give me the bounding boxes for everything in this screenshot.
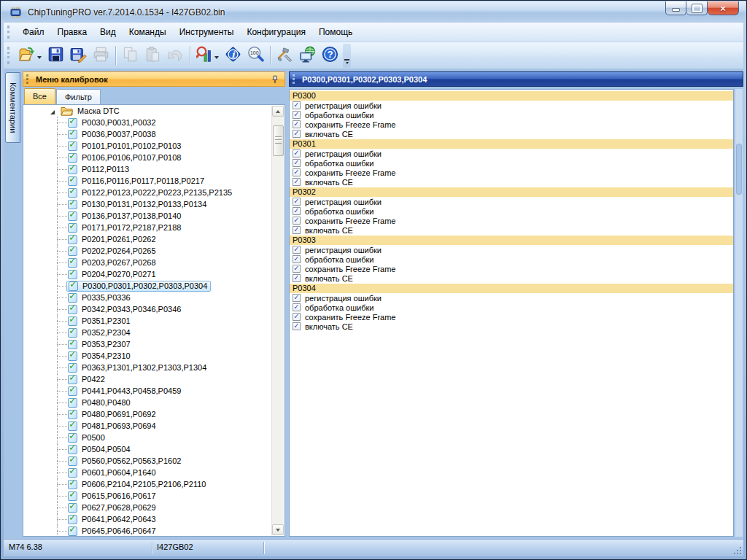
- tree-item[interactable]: ✓P0202,P0264,P0265: [23, 245, 285, 257]
- tree-item[interactable]: ✓P0122,P0123,P0222,P0223,P2135,P2135: [23, 187, 285, 198]
- tree-item[interactable]: ✓P0363,P1301,P1302,P1303,P1304: [23, 362, 285, 373]
- menu-item[interactable]: Вид: [93, 26, 123, 39]
- tree-item[interactable]: ✓P0203,P0267,P0268: [23, 257, 285, 268]
- scrollbar-thumb[interactable]: [736, 144, 742, 195]
- tree-item[interactable]: ✓P0101,P0101,P0102,P0103: [23, 140, 285, 152]
- save-as-button[interactable]: [67, 44, 90, 66]
- tree-item[interactable]: ✓P0480,P0691,P0692: [23, 408, 285, 420]
- tree-item[interactable]: ✓P0335,P0336: [23, 292, 285, 303]
- tree-scrollbar[interactable]: [271, 106, 284, 535]
- tree-item[interactable]: ✓P0112,P0113: [23, 163, 285, 175]
- tree-item[interactable]: ✓P0480,P0480: [23, 397, 285, 408]
- tree-item[interactable]: ✓P0615,P0616,P0617: [23, 490, 285, 502]
- checkbox[interactable]: ✓: [293, 178, 301, 186]
- dropdown-arrow-icon[interactable]: [214, 56, 219, 61]
- tree-item[interactable]: ✓P0171,P0172,P2187,P2188: [23, 222, 285, 233]
- menu-item[interactable]: Команды: [123, 26, 173, 39]
- tree-item[interactable]: ✓P0645,P0646,P0647: [23, 525, 285, 537]
- dtc-option-row: ✓включать CE: [290, 177, 733, 187]
- checkbox[interactable]: ✓: [293, 265, 301, 273]
- tree-item[interactable]: ✓P0504,P0504: [23, 443, 285, 455]
- save-icon: [47, 46, 64, 65]
- tree-item[interactable]: ✓P0441,P0443,P0458,P0459: [23, 385, 285, 397]
- checkbox[interactable]: ✓: [293, 111, 301, 119]
- checkbox[interactable]: ✓: [293, 198, 301, 206]
- menu-item[interactable]: Конфигурация: [240, 26, 312, 39]
- close-button[interactable]: ×: [708, 1, 739, 15]
- checkbox[interactable]: ✓: [293, 101, 301, 109]
- expander-icon[interactable]: [50, 108, 55, 114]
- checkbox[interactable]: ✓: [293, 274, 301, 282]
- app-window: ChipTuningPRO ver.7.2014.0.1534 - I427GB…: [0, 0, 747, 560]
- checkbox[interactable]: ✓: [293, 303, 301, 311]
- tree-item[interactable]: ✓P0036,P0037,P0038: [23, 128, 285, 140]
- open-file-button[interactable]: [16, 44, 39, 66]
- tree-item[interactable]: ✓P0641,P0642,P0643: [23, 513, 285, 525]
- menu-item[interactable]: Правка: [51, 26, 94, 39]
- maximize-button[interactable]: [686, 1, 708, 15]
- checkbox[interactable]: ✓: [293, 322, 301, 330]
- checkbox[interactable]: ✓: [293, 246, 301, 254]
- tree-root-row[interactable]: Маска DTC: [23, 105, 285, 117]
- checkbox[interactable]: ✓: [293, 294, 301, 302]
- tree-item[interactable]: ✓P0130,P0131,P0132,P0133,P0134: [23, 198, 285, 210]
- tree-item[interactable]: ✓P0342,P0343,P0346,P0346: [23, 303, 285, 315]
- right-scrollbar[interactable]: [735, 89, 743, 537]
- save-button[interactable]: [44, 44, 67, 66]
- tree-item[interactable]: ✓P0204,P0270,P0271: [23, 268, 285, 280]
- tree-item[interactable]: ✓P0627,P0628,P0629: [23, 502, 285, 513]
- pin-icon[interactable]: [271, 75, 279, 84]
- tree-item[interactable]: ✓P0030,P0031,P0032: [23, 117, 285, 128]
- tab-all[interactable]: Все: [24, 88, 55, 104]
- info-button[interactable]: i: [222, 44, 244, 66]
- comments-side-tab[interactable]: Комментарии: [5, 72, 20, 143]
- tree-item[interactable]: ✓P0136,P0137,P0138,P0140: [23, 210, 285, 222]
- tree-item[interactable]: ✓P0481,P0693,P0694: [23, 420, 285, 432]
- tree-item[interactable]: ✓P0422: [23, 373, 285, 385]
- checkbox[interactable]: ✓: [293, 159, 301, 167]
- web-button[interactable]: [296, 44, 319, 66]
- tools-button[interactable]: [274, 44, 296, 66]
- minimize-button[interactable]: [665, 1, 686, 15]
- menu-item[interactable]: Инструменты: [173, 26, 241, 39]
- tree-item[interactable]: ✓P0354,P2310: [23, 350, 285, 362]
- tree-item[interactable]: ✓P0601,P0604,P1640: [23, 467, 285, 478]
- checkbox[interactable]: ✓: [293, 168, 301, 176]
- menu-item[interactable]: Файл: [16, 26, 51, 39]
- tree-item[interactable]: ✓P0201,P0261,P0262: [23, 233, 285, 245]
- tree-item[interactable]: ✓P0351,P2301: [23, 315, 285, 327]
- checkbox[interactable]: ✓: [293, 255, 301, 263]
- side-strip: Комментарии: [4, 69, 23, 540]
- dtc-section-header: P0302: [290, 187, 733, 197]
- checkbox[interactable]: ✓: [293, 130, 301, 138]
- checkbox[interactable]: ✓: [293, 217, 301, 225]
- checkbox[interactable]: ✓: [293, 149, 301, 158]
- tree-item[interactable]: ✓P0353,P2307: [23, 338, 285, 350]
- tree-item[interactable]: ✓P0606,P2104,P2105,P2106,P2110: [23, 478, 285, 490]
- checkbox[interactable]: ✓: [293, 120, 301, 128]
- tree-item[interactable]: ✓P0300,P0301,P0302,P0303,P0304: [23, 280, 285, 292]
- tree-item[interactable]: ✓P0560,P0562,P0563,P1602: [23, 455, 285, 467]
- dtc-section-header: P0303: [290, 236, 733, 245]
- tree-item[interactable]: ✓P0352,P2304: [23, 327, 285, 338]
- zoom-100-button[interactable]: 100: [244, 44, 267, 66]
- help-button[interactable]: ?: [319, 44, 341, 66]
- open-file-icon: [19, 46, 36, 65]
- checkbox[interactable]: ✓: [293, 226, 301, 234]
- tree-item-label: P0203,P0267,P0268: [82, 258, 156, 267]
- resize-grip[interactable]: [732, 545, 742, 555]
- checkbox[interactable]: ✓: [293, 207, 301, 215]
- tree-item[interactable]: ✓P0116,P0116,P0117,P0118,P0217: [23, 175, 285, 187]
- tab-filter[interactable]: Фильтр: [56, 89, 101, 104]
- tree-item-label: P0422: [82, 375, 105, 384]
- scroll-up-button[interactable]: [272, 106, 284, 117]
- dropdown-arrow-icon[interactable]: [37, 56, 42, 61]
- chart-view-button[interactable]: [193, 44, 216, 66]
- scroll-down-button[interactable]: [272, 524, 284, 535]
- menu-item[interactable]: Помощь: [312, 26, 359, 39]
- toolbar-overflow-button[interactable]: [343, 44, 351, 68]
- checkbox[interactable]: ✓: [293, 313, 301, 321]
- tree-item[interactable]: ✓P0500: [23, 432, 285, 443]
- tree-item[interactable]: ✓P0106,P0106,P0107,P0108: [23, 152, 285, 163]
- scrollbar-thumb[interactable]: [273, 125, 284, 156]
